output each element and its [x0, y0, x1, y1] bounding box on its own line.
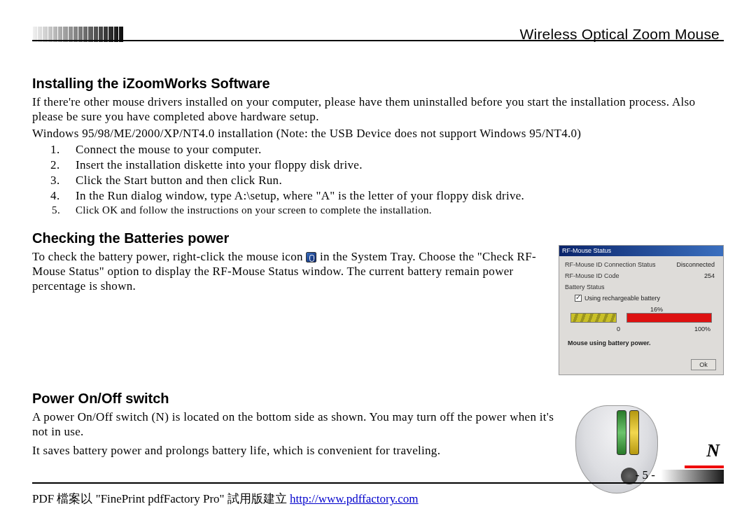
dialog-checkbox: Using rechargeable battery	[575, 295, 660, 302]
battery-bar	[570, 313, 712, 330]
footer-rule	[32, 482, 724, 484]
callout-letter: N	[706, 440, 720, 461]
footer-gradient	[661, 470, 724, 482]
step-5: Click OK and follow the instructions on …	[63, 204, 724, 218]
scale-100: 100%	[694, 326, 710, 332]
install-steps: Connect the mouse to your computer. Inse…	[63, 142, 724, 218]
footer-text: PDF 檔案以 "FinePrint pdfFactory Pro" 試用版建立	[32, 492, 290, 505]
rf-mouse-status-dialog: RF-Mouse Status RF-Mouse ID Connection S…	[559, 245, 724, 375]
battery-bar-yellow	[570, 313, 617, 323]
dialog-percent: 16%	[650, 306, 663, 313]
dialog-ok-button[interactable]: Ok	[691, 359, 716, 370]
section1-heading: Installing the iZoomWorks Software	[32, 76, 724, 92]
section1-intro2: Windows 95/98/ME/2000/XP/NT4.0 installat…	[32, 126, 724, 141]
section1-intro1: If there're other mouse drivers installe…	[32, 94, 724, 125]
dialog-message: Mouse using battery power.	[568, 340, 651, 346]
mouse-tray-icon	[306, 252, 316, 262]
checkbox-icon	[575, 295, 582, 302]
product-title: Wireless Optical Zoom Mouse	[520, 26, 720, 43]
page-number: - 5 -	[32, 468, 655, 482]
battery-bar-red	[626, 313, 712, 323]
page-footer-area: - 5 - PDF 檔案以 "FinePrint pdfFactory Pro"…	[32, 485, 724, 507]
document-page: Wireless Optical Zoom Mouse Installing t…	[32, 27, 724, 496]
pdf-footer: PDF 檔案以 "FinePrint pdfFactory Pro" 試用版建立…	[32, 491, 724, 507]
battery-yellow	[629, 410, 639, 455]
callout-line	[685, 465, 724, 468]
section2-p1a: To check the battery power, right-click …	[32, 250, 303, 263]
battery-green	[617, 410, 626, 455]
step-2: Insert the installation diskette into yo…	[63, 158, 724, 173]
section3-p2: It saves battery power and prolongs batt…	[32, 443, 556, 458]
scale-0: 0	[617, 326, 620, 332]
dialog-titlebar: RF-Mouse Status	[559, 246, 723, 256]
section2-heading: Checking the Batteries power	[32, 230, 724, 246]
footer-link[interactable]: http://www.pdffactory.com	[290, 492, 419, 505]
dialog-row2-value: 254	[704, 272, 715, 279]
step-3: Click the Start button and then click Ru…	[63, 173, 724, 188]
step-1: Connect the mouse to your computer.	[63, 142, 724, 158]
header-rule: Wireless Optical Zoom Mouse	[32, 27, 724, 43]
dialog-row3-label: Battery Status	[565, 284, 718, 290]
dialog-row1-value: Disconnected	[676, 261, 715, 268]
dialog-checkbox-label: Using rechargeable battery	[584, 295, 660, 302]
content-area: Installing the iZoomWorks Software If th…	[32, 76, 724, 496]
section2-paragraph: To check the battery power, right-click …	[32, 249, 549, 294]
section3-heading: Power On/Off switch	[32, 391, 724, 407]
section2-row: To check the battery power, right-click …	[32, 249, 724, 375]
step-4: In the Run dialog window, type A:\setup,…	[63, 188, 724, 204]
section3-p1: A power On/Off switch (N) is located on …	[32, 410, 556, 440]
dialog-row2-label: RF-Mouse ID Code	[565, 272, 718, 279]
